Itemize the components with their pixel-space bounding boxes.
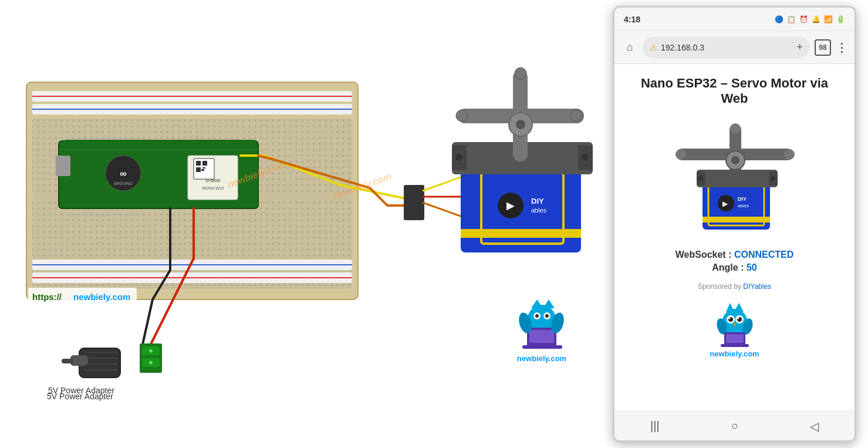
svg-point-91 <box>731 156 739 164</box>
add-tab-icon[interactable]: + <box>796 41 803 53</box>
svg-point-115 <box>737 318 739 319</box>
svg-text:∞: ∞ <box>120 169 126 178</box>
svg-point-49 <box>582 154 589 161</box>
browser-menu-button[interactable]: ⋮ <box>836 41 847 55</box>
svg-rect-36 <box>404 185 424 220</box>
browser-bar: ⌂ ⚠ 192.168.0.3 + 98 ⋮ <box>614 31 855 64</box>
svg-text:newbiely.com: newbiely.com <box>73 292 130 302</box>
svg-rect-29 <box>201 169 204 171</box>
svg-point-94 <box>730 123 741 134</box>
alarm-icon: ⏰ <box>799 15 808 23</box>
svg-rect-84 <box>522 345 562 349</box>
svg-rect-28 <box>202 167 205 169</box>
svg-rect-27 <box>198 163 200 165</box>
svg-text:▶: ▶ <box>722 200 728 208</box>
main-container: u-blox NORA-W10 ∞ ARDUINO D13 D11 D10 D9… <box>0 0 868 448</box>
page-title: Nano ESP32 – Servo Motor via Web <box>626 76 843 106</box>
back-nav-button[interactable]: ◁ <box>798 415 830 438</box>
svg-text:https://: https:// <box>32 292 62 302</box>
sponsored-text: Sponsored by <box>698 282 743 291</box>
servo-phone-svg: ▶ DIY ables <box>670 118 799 235</box>
sponsored-line: Sponsored by DIYables <box>626 282 843 291</box>
home-nav-button[interactable]: ○ <box>720 415 750 437</box>
svg-point-54 <box>456 110 468 122</box>
svg-rect-60 <box>62 359 73 363</box>
address-bar[interactable]: ⚠ 192.168.0.3 + <box>643 37 810 58</box>
servo-illustration: ▶ DIY ables <box>670 118 799 238</box>
address-text: 192.168.0.3 <box>661 43 793 52</box>
diyables-link[interactable]: DIYables <box>743 282 771 291</box>
tab-count[interactable]: 98 <box>815 39 831 56</box>
home-button[interactable]: ⌂ <box>622 39 638 56</box>
mute-icon: 🔔 <box>812 15 820 23</box>
websocket-status-section: WebSocket : CONNECTED Angle : 50 <box>626 250 843 273</box>
svg-point-104 <box>698 176 703 181</box>
status-icons: 🔵 📋 ⏰ 🔔 📶 🔋 <box>775 15 845 23</box>
svg-point-55 <box>570 110 582 122</box>
svg-point-93 <box>784 149 795 160</box>
svg-rect-25 <box>202 161 207 166</box>
angle-status-line: Angle : 50 <box>626 262 843 273</box>
svg-point-56 <box>515 68 526 79</box>
websocket-status-value: CONNECTED <box>734 250 793 260</box>
svg-point-81 <box>545 314 549 318</box>
svg-marker-108 <box>726 303 734 312</box>
recent-apps-button[interactable]: ||| <box>639 415 671 437</box>
svg-rect-18 <box>65 140 255 144</box>
servo-image-container: ▶ DIY ables <box>626 118 843 238</box>
svg-text:ables: ables <box>531 207 547 214</box>
svg-marker-109 <box>734 303 744 312</box>
android-nav-bar: ||| ○ ◁ <box>614 411 855 440</box>
svg-point-80 <box>535 314 539 318</box>
svg-rect-121 <box>721 344 749 347</box>
power-adapter-label: 5V Power Adapter <box>47 392 113 401</box>
svg-text:ARDUINO: ARDUINO <box>114 181 133 186</box>
svg-rect-120 <box>726 334 744 343</box>
svg-text:D13 3.3V B0 A0 A1 A2 A3 A4 A5 : D13 3.3V B0 A0 A1 A2 A3 A4 A5 A6 A7 VBUS… <box>67 213 137 217</box>
hardware-diagram-svg: u-blox NORA-W10 ∞ ARDUINO D13 D11 D10 D9… <box>12 6 599 442</box>
svg-text:newbiely.com: newbiely.com <box>517 354 566 363</box>
svg-text:+: + <box>148 359 153 367</box>
owl-svg <box>711 300 758 347</box>
svg-point-53 <box>516 120 525 129</box>
status-time: 4:18 <box>624 15 775 24</box>
status-bar: 4:18 🔵 📋 ⏰ 🔔 📶 🔋 <box>614 8 855 31</box>
angle-value: 50 <box>747 262 757 272</box>
navigation-icon: 🔵 <box>775 15 783 23</box>
svg-text:▶: ▶ <box>506 200 515 211</box>
web-content: Nano ESP32 – Servo Motor via Web <box>614 64 855 411</box>
hardware-area: u-blox NORA-W10 ∞ ARDUINO D13 D11 D10 D9… <box>12 6 599 442</box>
svg-text:DIY: DIY <box>738 196 747 202</box>
svg-text:ables: ables <box>738 203 749 208</box>
signal-icon: 📶 <box>824 15 833 23</box>
battery-icon: 🔋 <box>836 15 845 23</box>
svg-point-47 <box>455 154 462 161</box>
websocket-status-line: WebSocket : CONNECTED <box>626 250 843 260</box>
screenshot-icon: 📋 <box>787 15 796 23</box>
svg-rect-26 <box>196 167 201 172</box>
security-warning-icon: ⚠ <box>650 43 657 52</box>
svg-rect-16 <box>56 156 70 176</box>
svg-text:D13 D11 D10 D9 D8 D7 D6 D5 D4 : D13 D11 D10 D9 D8 D7 D6 D5 D4 D3 D2 RST … <box>67 136 141 140</box>
phone-owl-site: newbiely.com <box>626 349 843 358</box>
phone-owl-logo: newbiely.com <box>626 300 843 358</box>
svg-rect-96 <box>702 217 770 223</box>
phone-container: 4:18 🔵 📋 ⏰ 🔔 📶 🔋 ⌂ ⚠ 192.168.0.3 <box>613 6 856 442</box>
websocket-label: WebSocket : <box>676 250 734 260</box>
angle-label: Angle : <box>712 262 747 272</box>
svg-point-114 <box>728 318 730 319</box>
svg-point-92 <box>676 149 686 160</box>
svg-rect-83 <box>529 330 554 343</box>
svg-text:DIY: DIY <box>531 197 544 206</box>
svg-point-106 <box>771 176 775 181</box>
svg-text:+: + <box>148 347 153 355</box>
svg-rect-102 <box>697 170 778 187</box>
svg-text:NORA-W10: NORA-W10 <box>202 186 224 190</box>
